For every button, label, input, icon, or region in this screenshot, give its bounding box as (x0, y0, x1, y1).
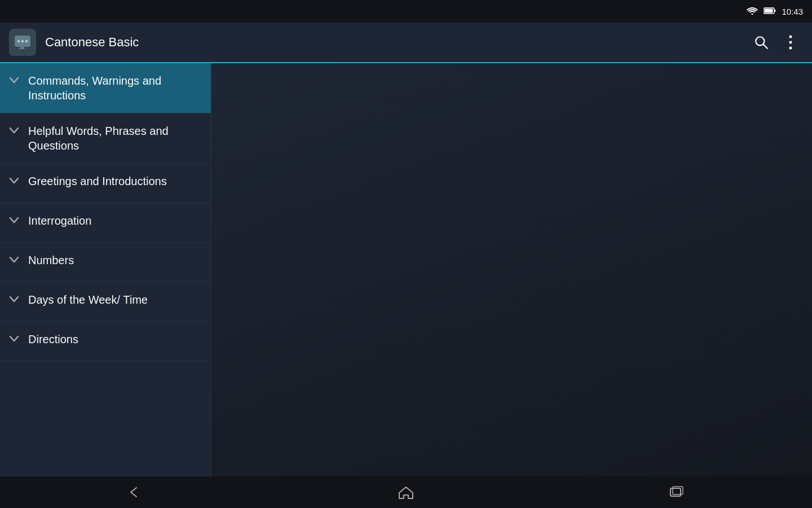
svg-rect-13 (670, 488, 681, 496)
svg-point-12 (789, 47, 792, 50)
sidebar-item-days-label: Days of the Week/ Time (28, 292, 148, 307)
app-bar: Cantonese Basic (0, 23, 812, 63)
sidebar-item-numbers[interactable]: Numbers (0, 243, 211, 282)
chevron-down-icon (9, 295, 19, 305)
svg-point-11 (789, 41, 792, 44)
chevron-down-icon (9, 216, 19, 226)
svg-point-6 (21, 40, 24, 43)
sidebar-item-days[interactable]: Days of the Week/ Time (0, 282, 211, 322)
sidebar-item-helpful-words[interactable]: Helpful Words, Phrases and Questions (0, 113, 211, 164)
sidebar-item-commands[interactable]: Commands, Warnings and Instructions (0, 63, 211, 113)
right-content-area (211, 63, 812, 476)
chevron-down-icon (9, 76, 19, 86)
sidebar-item-numbers-label: Numbers (28, 253, 74, 268)
status-bar: 10:43 (0, 0, 812, 23)
svg-point-10 (789, 36, 792, 38)
main-content: Commands, Warnings and Instructions Help… (0, 63, 812, 476)
sidebar-item-greetings-label: Greetings and Introductions (28, 174, 167, 189)
sidebar-item-interrogation[interactable]: Interrogation (0, 203, 211, 243)
chevron-down-icon (9, 126, 19, 136)
sidebar-item-greetings[interactable]: Greetings and Introductions (0, 164, 211, 203)
sidebar: Commands, Warnings and Instructions Help… (0, 63, 211, 476)
sidebar-item-helpful-words-label: Helpful Words, Phrases and Questions (28, 124, 202, 153)
sidebar-item-directions[interactable]: Directions (0, 322, 211, 361)
recent-apps-button[interactable] (660, 480, 694, 505)
svg-point-5 (17, 40, 20, 43)
back-button[interactable] (118, 480, 152, 505)
battery-icon (764, 7, 776, 16)
chevron-down-icon (9, 334, 19, 344)
app-title: Cantonese Basic (45, 35, 749, 50)
status-time: 10:43 (782, 7, 803, 16)
svg-point-0 (752, 13, 753, 15)
svg-line-9 (764, 45, 767, 49)
app-icon (9, 29, 36, 56)
bottom-navigation-bar (0, 476, 812, 508)
sidebar-item-commands-label: Commands, Warnings and Instructions (28, 73, 202, 103)
chevron-down-icon (9, 255, 19, 265)
chevron-down-icon (9, 176, 19, 186)
sidebar-item-directions-label: Directions (28, 332, 78, 347)
search-button[interactable] (749, 30, 774, 55)
home-button[interactable] (389, 480, 423, 505)
more-options-button[interactable] (778, 30, 803, 55)
svg-rect-3 (765, 8, 773, 12)
wifi-icon (747, 7, 758, 16)
svg-rect-2 (775, 10, 776, 12)
sidebar-item-interrogation-label: Interrogation (28, 213, 91, 228)
svg-point-7 (25, 40, 28, 43)
